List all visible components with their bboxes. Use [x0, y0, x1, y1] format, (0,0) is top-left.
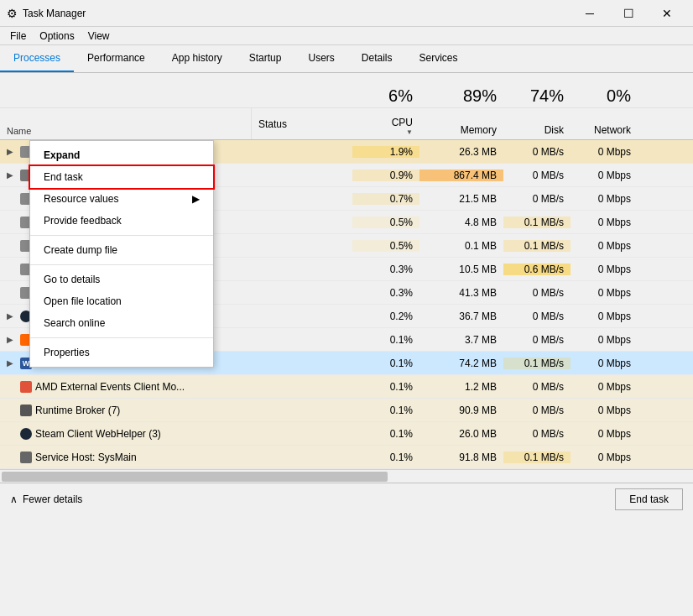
process-mem-cell: 90.9 MB	[419, 405, 503, 416]
tab-details[interactable]: Details	[348, 45, 406, 72]
process-name-cell: ▶ Runtime Broker (7)	[0, 405, 252, 416]
col-sort-cpu[interactable]: CPU ▼	[352, 108, 419, 139]
col-header-net-pct: 0%	[571, 84, 638, 107]
process-net-cell: 0 Mbps	[571, 428, 638, 440]
col-header-name-empty	[0, 101, 252, 107]
title-bar: ⚙ Task Manager ─ ☐ ✕	[0, 0, 693, 27]
tabs-bar: Processes Performance App history Startu…	[0, 45, 693, 73]
process-disk-cell: 0.1 MB/s	[503, 240, 571, 252]
process-disk-cell: 0 MB/s	[503, 311, 571, 322]
process-name-cell: ▶ Service Host: SysMain	[0, 452, 252, 463]
process-name: Steam Client WebHelper (3)	[35, 428, 161, 440]
menu-view[interactable]: View	[81, 29, 117, 44]
tab-processes[interactable]: Processes	[0, 45, 74, 72]
ctx-search-online[interactable]: Search online	[30, 312, 213, 334]
app-icon: ⚙	[7, 7, 18, 20]
process-net-cell: 0 Mbps	[571, 287, 638, 299]
process-disk-cell: 0 MB/s	[503, 287, 571, 299]
process-net-cell: 0 Mbps	[571, 170, 638, 181]
process-net-cell: 0 Mbps	[571, 264, 638, 275]
process-cpu-cell: 1.9%	[352, 146, 419, 158]
end-task-button[interactable]: End task	[615, 488, 683, 510]
tab-users[interactable]: Users	[294, 45, 347, 72]
process-net-cell: 0 Mbps	[571, 311, 638, 322]
process-name-cell: ▶ Steam Client WebHelper (3)	[0, 428, 252, 440]
process-cpu-cell: 0.1%	[352, 405, 419, 416]
fewer-details-button[interactable]: ∧ Fewer details	[10, 493, 82, 505]
ctx-open-location[interactable]: Open file location	[30, 290, 213, 312]
menu-file[interactable]: File	[3, 29, 33, 44]
table-row[interactable]: ▶ AMD External Events Client Mo... 0.1% …	[0, 375, 693, 399]
process-net-cell: 0 Mbps	[571, 381, 638, 393]
tab-services[interactable]: Services	[406, 45, 472, 72]
process-disk-cell: 0.1 MB/s	[503, 217, 571, 228]
expand-arrow: ▶	[7, 358, 17, 368]
process-net-cell: 0 Mbps	[571, 217, 638, 228]
process-disk-cell: 0 MB/s	[503, 334, 571, 346]
col-header-status-empty	[252, 101, 352, 107]
process-icon	[20, 405, 32, 416]
col-sort-status[interactable]: Status	[252, 108, 352, 139]
process-mem-cell: 41.3 MB	[419, 287, 503, 299]
process-name: AMD External Events Client Mo...	[35, 381, 185, 393]
col-sort-disk[interactable]: Disk	[503, 108, 571, 139]
process-icon	[20, 381, 32, 393]
tab-performance[interactable]: Performance	[74, 45, 159, 72]
menu-bar: File Options View	[0, 27, 693, 45]
h-scroll-thumb[interactable]	[2, 472, 388, 482]
title-bar-buttons: ─ ☐ ✕	[571, 0, 686, 27]
table-row[interactable]: ▶ Steam Client WebHelper (3) 0.1% 26.0 M…	[0, 422, 693, 446]
ctx-create-dump[interactable]: Create dump file	[30, 239, 213, 261]
process-cpu-cell: 0.5%	[352, 240, 419, 252]
ctx-properties[interactable]: Properties	[30, 342, 213, 363]
process-net-cell: 0 Mbps	[571, 146, 638, 158]
ctx-end-task[interactable]: End task	[30, 166, 213, 188]
col-header-cpu-pct: 6%	[352, 84, 419, 107]
column-header-percentages: 6% 89% 74% 0%	[0, 73, 693, 108]
col-sort-name[interactable]: Name	[0, 108, 252, 139]
col-sort-memory[interactable]: Memory	[419, 108, 503, 139]
process-mem-cell: 36.7 MB	[419, 311, 503, 322]
process-cpu-cell: 0.1%	[352, 381, 419, 393]
process-list[interactable]: Expand End task Resource values ▶ Provid…	[0, 140, 693, 469]
process-table-container: 6% 89% 74% 0% Name Status CPU ▼ Memory D…	[0, 73, 693, 483]
tab-startup[interactable]: Startup	[236, 45, 295, 72]
process-mem-cell: 74.2 MB	[419, 358, 503, 369]
ctx-resource-values[interactable]: Resource values ▶	[30, 188, 213, 210]
process-icon	[20, 452, 32, 463]
process-net-cell: 0 Mbps	[571, 405, 638, 416]
process-disk-cell: 0 MB/s	[503, 405, 571, 416]
table-row[interactable]: ▶ Runtime Broker (7) 0.1% 90.9 MB 0 MB/s…	[0, 399, 693, 422]
ctx-go-to-details[interactable]: Go to details	[30, 269, 213, 290]
process-mem-cell: 1.2 MB	[419, 381, 503, 393]
process-mem-cell: 4.8 MB	[419, 217, 503, 228]
process-disk-cell: 0.1 MB/s	[503, 452, 571, 463]
minimize-button[interactable]: ─	[571, 0, 609, 27]
process-cpu-cell: 0.3%	[352, 287, 419, 299]
fewer-details-label: Fewer details	[23, 493, 82, 505]
expand-arrow: ▶	[7, 335, 17, 344]
process-mem-cell: 3.7 MB	[419, 334, 503, 346]
process-mem-cell: 21.5 MB	[419, 193, 503, 205]
process-cpu-cell: 0.1%	[352, 428, 419, 440]
table-row[interactable]: ▶ Service Host: SysMain 0.1% 91.8 MB 0.1…	[0, 446, 693, 469]
process-mem-cell: 26.0 MB	[419, 428, 503, 440]
process-net-cell: 0 Mbps	[571, 452, 638, 463]
ctx-expand[interactable]: Expand	[30, 144, 213, 166]
ctx-provide-feedback[interactable]: Provide feedback	[30, 210, 213, 232]
process-disk-cell: 0.1 MB/s	[503, 358, 571, 369]
maximize-button[interactable]: ☐	[609, 0, 648, 27]
process-disk-cell: 0 MB/s	[503, 193, 571, 205]
process-cpu-cell: 0.5%	[352, 217, 419, 228]
close-button[interactable]: ✕	[648, 0, 686, 27]
col-sort-network[interactable]: Network	[571, 108, 638, 139]
process-cpu-cell: 0.1%	[352, 358, 419, 369]
process-net-cell: 0 Mbps	[571, 334, 638, 346]
ctx-sep-3	[30, 337, 213, 338]
menu-options[interactable]: Options	[33, 29, 81, 44]
process-cpu-cell: 0.2%	[352, 311, 419, 322]
process-net-cell: 0 Mbps	[571, 358, 638, 369]
tab-app-history[interactable]: App history	[159, 45, 236, 72]
horizontal-scrollbar[interactable]	[0, 469, 693, 483]
process-cpu-cell: 0.1%	[352, 334, 419, 346]
